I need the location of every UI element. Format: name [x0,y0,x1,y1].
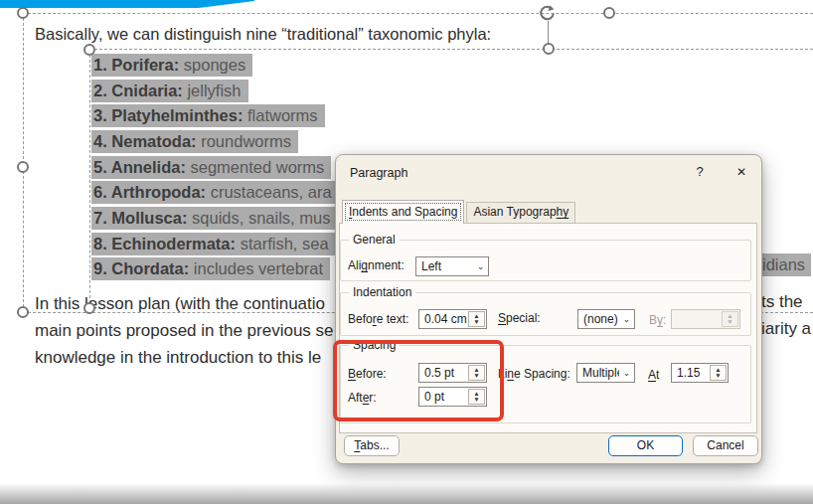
tabs-button[interactable]: Tabs... [344,435,400,456]
at-stepper[interactable]: ▲▼ [710,365,727,381]
by-stepper: ▲▼ [722,311,738,327]
spin-down-icon[interactable]: ▼ [473,319,479,325]
at-value[interactable] [672,364,709,382]
special-dropdown[interactable]: (none) ⌄ [577,309,635,329]
alignment-dropdown[interactable]: Left ⌄ [415,256,489,276]
dialog-title: Paragraph [350,166,407,180]
resize-handle[interactable] [83,302,95,314]
close-icon[interactable]: ✕ [732,162,751,182]
before-text-value[interactable] [419,310,467,328]
list-item: 4. Nematoda: roundworms [91,129,339,155]
spin-down-icon[interactable]: ▼ [473,397,479,403]
chevron-down-icon: ⌄ [619,310,634,328]
before-text-label: Before text: [348,312,408,326]
spacing-before-value[interactable] [419,364,467,382]
spin-down-icon[interactable]: ▼ [473,373,479,379]
dialog-tabstrip: Indents and Spacing Asian Typography [342,200,575,224]
list-item-tail: idians [761,255,811,274]
spacing-after-label: After: [348,391,377,405]
by-value [672,310,721,328]
at-label: At [648,368,659,382]
resize-handle[interactable] [603,7,615,19]
list-item: 2. Cnidaria: jellyfish [91,79,339,104]
textbox-border-top [89,49,813,50]
spin-down-icon: ▼ [727,319,732,325]
list-item: 8. Echinodermata: starfish, sea [91,232,339,257]
spacing-after-value[interactable] [419,388,467,406]
tab-page: General Alignment: Left ⌄ Indentation Be… [339,223,757,433]
group-spacing-label: Spacing [349,339,400,352]
by-label: By: [649,313,666,327]
list-item: 9. Chordata: includes vertebrat [91,256,339,282]
paragraph-line: main points proposed in the previous se [35,317,334,344]
ok-button[interactable]: OK [608,435,683,456]
textbox-border-left [89,50,90,308]
tab-indents-and-spacing[interactable]: Indents and Spacing [342,200,464,224]
before-text-input[interactable]: ▲▼ [418,309,487,329]
dialog-titlebar[interactable]: Paragraph ? ✕ [336,155,761,189]
spacing-after-stepper[interactable]: ▲▼ [468,389,485,405]
cancel-button[interactable]: Cancel [693,435,758,456]
spacing-before-label: Before: [348,367,387,381]
resize-handle[interactable] [83,44,95,56]
line-spacing-label: Line Spacing: [498,367,570,381]
paragraph-tail: ts the [761,292,803,312]
list-item: 3. Platyhelminthes: flatworms [91,103,339,129]
special-label: Special: [498,311,541,325]
help-icon[interactable]: ? [690,162,710,182]
spin-down-icon[interactable]: ▼ [715,373,721,379]
intro-text[interactable]: Basically, we can distinguish nine “trad… [35,25,491,44]
resize-handle[interactable] [543,43,555,55]
body-paragraph[interactable]: In this lesson plan (with the continuati… [35,290,334,371]
list-item: 7. Mollusca: squids, snails, mus [91,206,339,232]
alignment-label: Alignment: [348,258,405,272]
list-item: 5. Annelida: segmented worms [91,155,339,181]
group-indentation-label: Indentation [349,286,415,299]
by-input: ▲▼ [671,309,740,329]
group-general-label: General [349,234,400,247]
phyla-list[interactable]: 1. Porifera: sponges 2. Cnidaria: jellyf… [91,53,339,282]
line-spacing-dropdown[interactable]: Multiple ⌄ [576,363,635,383]
paragraph-line: knowledge in the introduction to this le [35,344,334,371]
slide-accent-swoosh [0,0,254,8]
spacing-after-input[interactable]: ▲▼ [418,387,487,407]
chevron-down-icon: ⌄ [619,364,634,382]
paragraph-tail: iarity a [761,319,811,339]
list-item: 1. Porifera: sponges [91,53,339,79]
before-text-stepper[interactable]: ▲▼ [468,311,485,327]
slide-canvas: Basically, we can distinguish nine “trad… [0,0,813,504]
resize-handle[interactable] [17,161,29,173]
spacing-before-stepper[interactable]: ▲▼ [468,365,485,381]
canvas-bottom-edge [0,483,813,504]
paragraph-line: In this lesson plan (with the continuati… [35,290,334,317]
spacing-before-input[interactable]: ▲▼ [418,363,487,383]
tab-asian-typography[interactable]: Asian Typography [466,202,575,224]
paragraph-dialog: Paragraph ? ✕ Indents and Spacing Asian … [335,154,762,464]
at-input[interactable]: ▲▼ [671,363,729,383]
chevron-down-icon: ⌄ [473,257,488,275]
resize-handle[interactable] [17,7,29,19]
resize-handle[interactable] [17,306,29,318]
group-spacing: Spacing [340,345,751,423]
placeholder-border-top [23,13,813,14]
rotate-handle-icon[interactable] [538,4,557,23]
list-item: 6. Arthropoda: crustaceans, ara [91,180,339,206]
